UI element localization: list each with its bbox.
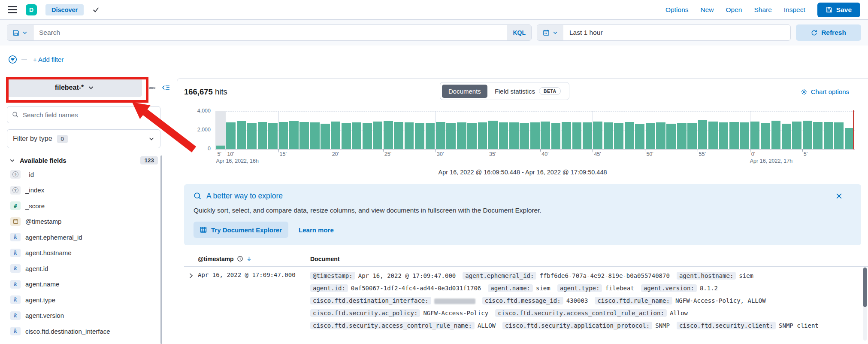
field-name-label: agent.id bbox=[25, 265, 48, 272]
x-axis-label: 0' bbox=[751, 151, 755, 157]
field-cisco.ftd.destination_interface[interactable]: kcisco.ftd.destination_interface bbox=[7, 323, 170, 339]
field-_index[interactable]: ?_index bbox=[7, 183, 170, 198]
x-axis-label: 15' bbox=[280, 151, 287, 157]
timestamp-column-header[interactable]: @timestamp bbox=[198, 256, 310, 262]
histogram-bar bbox=[771, 121, 781, 149]
field-value: ALLOW bbox=[478, 322, 496, 329]
nav-link-new[interactable]: New bbox=[701, 6, 714, 14]
search-input[interactable] bbox=[33, 25, 507, 40]
histogram-bar bbox=[813, 122, 823, 149]
x-axis-date-label: Apr 16, 2022, 16h bbox=[216, 158, 258, 164]
field-name-pill: agent.version: bbox=[641, 284, 697, 292]
scrollbar-thumb[interactable] bbox=[863, 268, 867, 307]
nav-link-inspect[interactable]: Inspect bbox=[784, 6, 805, 14]
histogram-bar bbox=[436, 122, 445, 149]
histogram-bar bbox=[478, 122, 487, 149]
saved-query-menu-button[interactable] bbox=[7, 25, 33, 40]
collapse-sidebar-icon[interactable] bbox=[162, 84, 170, 91]
document-explorer-callout: A better way to explore Quickly sort, se… bbox=[184, 184, 861, 245]
close-icon[interactable] bbox=[836, 193, 842, 199]
histogram-bar bbox=[583, 122, 592, 149]
field-search-input[interactable] bbox=[23, 111, 155, 119]
query-language-button[interactable]: KQL bbox=[507, 25, 531, 40]
learn-more-link[interactable]: Learn more bbox=[299, 226, 334, 234]
chart-options-button[interactable]: Chart options bbox=[801, 88, 849, 95]
gear-icon bbox=[801, 88, 808, 95]
field-_id[interactable]: ?_id bbox=[7, 167, 170, 183]
sort-descending-icon[interactable] bbox=[246, 256, 252, 262]
histogram-bar bbox=[803, 121, 812, 149]
histogram-bar bbox=[363, 123, 372, 149]
histogram-bar bbox=[520, 123, 529, 149]
field-agent.id[interactable]: kagent.id bbox=[7, 261, 170, 277]
histogram-bar bbox=[289, 121, 299, 149]
nav-link-open[interactable]: Open bbox=[726, 6, 742, 14]
nav-link-share[interactable]: Share bbox=[754, 6, 771, 14]
partial-bucket-band bbox=[215, 111, 226, 149]
refresh-button[interactable]: Refresh bbox=[796, 24, 861, 41]
document-field-line: cisco.ftd.destination_interface:cisco.ft… bbox=[310, 296, 868, 305]
x-tick-mark bbox=[488, 149, 488, 152]
expand-row-icon[interactable] bbox=[184, 271, 198, 344]
app-logo[interactable]: D bbox=[26, 4, 37, 15]
field-name-pill: cisco.ftd.security.access_control_rule_n… bbox=[310, 322, 475, 329]
x-tick-mark bbox=[436, 149, 436, 152]
histogram-bar bbox=[593, 122, 602, 149]
histogram-bar bbox=[845, 128, 854, 149]
document-row: Apr 16, 2022 @ 17:09:47.000 @timestamp:A… bbox=[184, 267, 868, 344]
x-axis-label: 5' bbox=[217, 151, 221, 157]
index-pattern-switcher[interactable]: filebeat-* bbox=[7, 78, 142, 97]
histogram-bar bbox=[698, 120, 708, 149]
field-value: siem bbox=[536, 285, 550, 292]
histogram-bar bbox=[405, 122, 414, 149]
tab-field-statistics[interactable]: Field statisticsBETA bbox=[488, 84, 568, 98]
main-scrollbar[interactable] bbox=[863, 267, 867, 341]
field-name-pill: agent.hostname: bbox=[677, 272, 736, 280]
check-icon bbox=[92, 6, 100, 13]
add-filter-button[interactable]: + Add filter bbox=[33, 56, 64, 63]
time-range-value[interactable]: Last 1 hour bbox=[563, 25, 609, 40]
document-source: @timestamp:Apr 16, 2022 @ 17:09:47.000ag… bbox=[310, 271, 868, 344]
histogram-bar bbox=[509, 122, 519, 149]
histogram-bar bbox=[625, 122, 634, 149]
field-agent.type[interactable]: kagent.type bbox=[7, 292, 170, 308]
keyword-field-icon: k bbox=[10, 233, 21, 241]
x-axis-label: 20' bbox=[332, 151, 339, 157]
field-agent.name[interactable]: kagent.name bbox=[7, 277, 170, 292]
clock-icon bbox=[237, 256, 243, 262]
field-agent.version[interactable]: kagent.version bbox=[7, 308, 170, 324]
document-field-line: cisco.ftd.security.access_control_rule_n… bbox=[310, 321, 868, 330]
histogram-bar bbox=[562, 122, 571, 149]
field-agent.hostname[interactable]: kagent.hostname bbox=[7, 245, 170, 261]
field-name-pill: cisco.ftd.destination_interface: bbox=[310, 297, 431, 304]
histogram-bar bbox=[247, 123, 257, 149]
chevron-down-icon bbox=[9, 158, 15, 163]
nav-link-options[interactable]: Options bbox=[665, 6, 688, 14]
field-agent.ephemeral_id[interactable]: kagent.ephemeral_id bbox=[7, 229, 170, 245]
field-name-label: _score bbox=[25, 202, 45, 210]
save-button[interactable]: Save bbox=[817, 3, 860, 17]
try-document-explorer-button[interactable]: Try Document Explorer bbox=[194, 222, 288, 238]
index-options-icon[interactable] bbox=[148, 84, 156, 91]
filter-by-type-dropdown[interactable]: Filter by type 0 bbox=[7, 129, 160, 148]
sidebar-scrollbar[interactable] bbox=[160, 155, 162, 344]
tab-documents[interactable]: Documents bbox=[442, 85, 487, 98]
menu-icon[interactable] bbox=[8, 6, 17, 13]
field-value: SNMP bbox=[655, 322, 670, 329]
date-picker-menu-button[interactable] bbox=[537, 25, 563, 40]
number-field-icon: # bbox=[10, 201, 21, 210]
field-name-pill: agent.name: bbox=[488, 284, 533, 292]
histogram-bar bbox=[446, 123, 456, 149]
filter-icon[interactable] bbox=[8, 55, 17, 64]
field-name-label: agent.version bbox=[25, 312, 64, 319]
keyword-field-icon: k bbox=[10, 249, 21, 257]
field-value: filebeat bbox=[605, 285, 634, 292]
x-axis-label: 35' bbox=[489, 151, 496, 157]
breadcrumb[interactable]: Discover bbox=[45, 4, 84, 15]
hits-histogram[interactable]: 02,0004,0005'Apr 16, 2022, 16h10'15'20'2… bbox=[177, 107, 868, 167]
available-fields-header[interactable]: Available fields 123 bbox=[7, 156, 170, 164]
x-tick-mark bbox=[593, 149, 593, 152]
x-tick-mark bbox=[698, 149, 698, 152]
field-_score[interactable]: #_score bbox=[7, 198, 170, 214]
field-@timestamp[interactable]: @timestamp bbox=[7, 214, 170, 230]
